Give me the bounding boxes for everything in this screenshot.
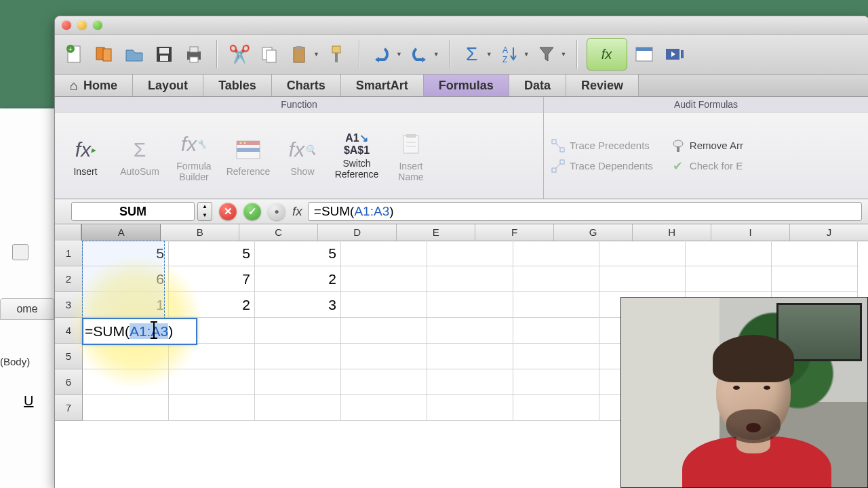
- remove-arrows-button[interactable]: Remove Arr: [671, 138, 743, 153]
- tab-charts[interactable]: Charts: [272, 75, 341, 96]
- col-F[interactable]: F: [475, 224, 554, 241]
- col-B[interactable]: B: [161, 224, 239, 241]
- col-J[interactable]: J: [790, 224, 868, 241]
- confirm-formula-button[interactable]: ✓: [243, 203, 261, 220]
- tab-data[interactable]: Data: [509, 75, 566, 96]
- svg-rect-15: [332, 46, 340, 53]
- cell-I1[interactable]: [772, 241, 858, 266]
- tab-layout[interactable]: Layout: [133, 75, 203, 96]
- copy-icon[interactable]: [256, 41, 282, 67]
- show-toolbox-icon[interactable]: [631, 41, 657, 67]
- cell-A3[interactable]: 1: [83, 292, 169, 318]
- svg-rect-39: [677, 146, 679, 152]
- col-D[interactable]: D: [318, 224, 397, 241]
- cell-A1[interactable]: 5: [83, 241, 169, 266]
- cell-E1[interactable]: [427, 241, 513, 266]
- reference-button[interactable]: Reference: [224, 135, 272, 177]
- formula-input[interactable]: =SUM(A1:A3): [308, 202, 862, 221]
- col-E[interactable]: E: [397, 224, 475, 241]
- trace-dependents-button[interactable]: Trace Dependents: [551, 159, 653, 174]
- col-A[interactable]: A: [81, 224, 161, 241]
- col-I[interactable]: I: [711, 224, 790, 241]
- row-7[interactable]: 7: [55, 395, 83, 421]
- col-H[interactable]: H: [633, 224, 711, 241]
- cell-C1[interactable]: 5: [255, 241, 341, 266]
- formula-builder-button[interactable]: fx🔧 Formula Builder: [170, 129, 218, 182]
- cell-F1[interactable]: [513, 241, 599, 266]
- col-G[interactable]: G: [554, 224, 633, 241]
- cell-E3[interactable]: [427, 292, 513, 318]
- cell-D2[interactable]: [341, 266, 427, 292]
- autosum-button[interactable]: Σ AutoSum: [116, 135, 163, 177]
- new-doc-icon[interactable]: +: [62, 41, 87, 67]
- fx-toolbox-button[interactable]: fx: [587, 38, 627, 70]
- zoom-traffic-light[interactable]: [93, 20, 102, 30]
- cell-H2[interactable]: [686, 266, 772, 292]
- filter-icon[interactable]: [534, 41, 559, 67]
- switch-reference-button[interactable]: A1↘$A$1 Switch Reference: [333, 132, 380, 180]
- editing-cell[interactable]: =SUM(A1:A3): [82, 318, 197, 345]
- cell-E4[interactable]: [427, 318, 513, 344]
- cell-A2[interactable]: 6: [83, 266, 169, 292]
- insert-name-button[interactable]: Insert Name: [387, 129, 435, 182]
- paste-icon[interactable]: [286, 41, 312, 67]
- tab-smartart[interactable]: SmartArt: [341, 75, 424, 96]
- select-all-corner[interactable]: [55, 224, 81, 241]
- cell-D3[interactable]: [341, 292, 427, 318]
- tab-review[interactable]: Review: [566, 75, 639, 96]
- templates-icon[interactable]: [92, 41, 117, 67]
- row-6[interactable]: 6: [55, 369, 83, 395]
- media-icon[interactable]: [661, 41, 687, 67]
- row-2[interactable]: 2: [55, 266, 83, 292]
- col-C[interactable]: C: [239, 224, 318, 241]
- svg-point-38: [673, 140, 683, 147]
- cell-I2[interactable]: [772, 266, 858, 292]
- tab-tables[interactable]: Tables: [203, 75, 272, 96]
- insert-label: Insert: [73, 166, 97, 177]
- row-4[interactable]: 4: [55, 318, 83, 344]
- cell-G2[interactable]: [599, 266, 686, 292]
- show-button[interactable]: fx🔍 Show: [279, 135, 326, 177]
- cell-D4[interactable]: [341, 318, 427, 344]
- save-icon[interactable]: [151, 41, 177, 67]
- row-5[interactable]: 5: [55, 344, 83, 369]
- redo-icon[interactable]: [406, 41, 432, 67]
- tab-home[interactable]: Home: [55, 75, 133, 96]
- cut-icon[interactable]: ✂️: [226, 41, 252, 67]
- cell-C4[interactable]: [255, 318, 341, 344]
- cell-H1[interactable]: [686, 241, 772, 266]
- name-box-stepper[interactable]: ▲▼: [197, 202, 212, 221]
- open-icon[interactable]: [121, 41, 147, 67]
- insert-function-button[interactable]: fx▸ Insert: [62, 135, 109, 177]
- print-icon[interactable]: [181, 41, 207, 67]
- cell-G1[interactable]: [599, 241, 686, 266]
- cell-C2[interactable]: 2: [255, 266, 341, 292]
- svg-text:A: A: [502, 45, 508, 55]
- cell-E2[interactable]: [427, 266, 513, 292]
- undo-icon[interactable]: [369, 41, 395, 67]
- minimize-traffic-light[interactable]: [77, 20, 87, 30]
- cell-F3[interactable]: [513, 292, 599, 318]
- row-1[interactable]: 1: [55, 241, 83, 266]
- toggle-formula-button[interactable]: ●: [268, 203, 285, 220]
- check-errors-button[interactable]: ✔ Check for E: [671, 159, 743, 174]
- row-3[interactable]: 3: [55, 292, 83, 318]
- cell-C3[interactable]: 3: [255, 292, 341, 318]
- svg-rect-6: [159, 48, 169, 54]
- titlebar: [55, 16, 868, 35]
- trace-precedents-button[interactable]: Trace Precedents: [551, 138, 653, 153]
- cell-D1[interactable]: [341, 241, 427, 266]
- tab-formulas[interactable]: Formulas: [424, 75, 509, 96]
- autosum-toolbar-icon[interactable]: Σ: [459, 41, 485, 67]
- cell-F2[interactable]: [513, 266, 599, 292]
- cell-F4[interactable]: [513, 318, 599, 344]
- cell-B2[interactable]: 7: [169, 266, 255, 292]
- sort-icon[interactable]: AZ: [496, 41, 522, 67]
- cancel-formula-button[interactable]: ✕: [219, 203, 237, 220]
- cell-B1[interactable]: 5: [169, 241, 255, 266]
- close-traffic-light[interactable]: [62, 20, 71, 30]
- cell-B3[interactable]: 2: [169, 292, 255, 318]
- name-box[interactable]: SUM: [71, 202, 195, 221]
- svg-line-34: [556, 144, 560, 148]
- format-painter-icon[interactable]: [323, 41, 349, 67]
